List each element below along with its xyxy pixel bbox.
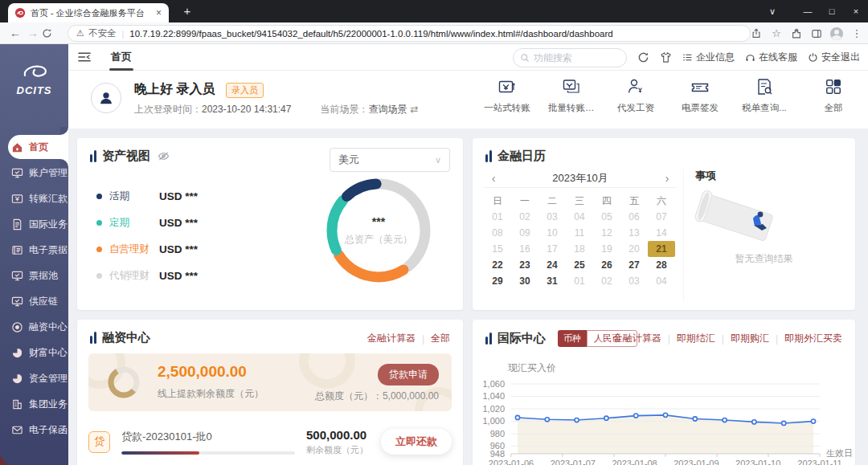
calendar-day[interactable]: 16 [511, 241, 538, 257]
new-tab-button[interactable]: + [178, 4, 196, 18]
calendar-day[interactable]: 14 [648, 225, 675, 241]
calendar-day[interactable]: 12 [593, 225, 620, 241]
calendar-day[interactable]: 25 [566, 257, 593, 273]
calendar-weekday: 五 [620, 193, 648, 209]
calendar-day[interactable]: 03 [620, 273, 648, 289]
calendar-prev-icon[interactable]: ‹ [484, 172, 503, 185]
calendar-day[interactable]: 05 [593, 209, 620, 225]
sidebar-item-eguarantee[interactable]: 电子保函 [0, 417, 68, 443]
refresh-icon[interactable] [637, 51, 649, 63]
calendar-day[interactable]: 19 [593, 241, 620, 257]
extensions-puzzle-icon[interactable] [790, 27, 803, 40]
spot-settlement-link[interactable]: 即期结汇 [677, 332, 715, 345]
spot-fx-trade-link[interactable]: 即期外汇买卖 [784, 332, 842, 345]
all-link[interactable]: 全部 [431, 332, 450, 345]
browser-tab[interactable]: 首页 - 企业综合金融服务平台 × [8, 3, 169, 22]
calendar-day[interactable]: 20 [620, 241, 648, 257]
legend-item-proprietary: 自营理财USD *** [96, 236, 198, 263]
function-search[interactable] [513, 48, 627, 67]
sidebar-item-home[interactable]: 首页 [0, 134, 68, 160]
calendar-day[interactable]: 04 [648, 273, 675, 289]
calendar-day[interactable]: 03 [538, 209, 566, 225]
search-input[interactable] [534, 52, 614, 63]
calendar-day[interactable]: 02 [511, 209, 538, 225]
sidebar-item-group[interactable]: 集团业务 [0, 391, 68, 417]
calendar-day[interactable]: 24 [538, 257, 566, 273]
calendar-day[interactable]: 02 [593, 273, 620, 289]
scene-swap-icon[interactable]: ⇄ [410, 104, 418, 115]
calendar-day[interactable]: 31 [538, 273, 566, 289]
online-service-link[interactable]: 在线客服 [745, 51, 797, 64]
sidebar-item-supplychain[interactable]: 供应链 [0, 288, 68, 314]
tab-home[interactable]: 首页 [111, 44, 132, 71]
calendar-day[interactable]: 01 [484, 209, 511, 225]
calendar-day[interactable]: 30 [511, 273, 538, 289]
pie-chart-icon [11, 347, 23, 359]
logout-link[interactable]: 安全退出 [808, 51, 860, 64]
calendar-day[interactable]: 01 [566, 273, 593, 289]
sidebar-item-transfer[interactable]: 转账汇款 [0, 186, 68, 211]
calendar-day[interactable]: 04 [566, 209, 593, 225]
calendar-day[interactable]: 07 [648, 209, 675, 225]
back-icon[interactable]: ← [6, 27, 24, 39]
sidebar-item-billpool[interactable]: 票据池 [0, 263, 68, 288]
window-minimize-icon[interactable]: — [796, 0, 820, 22]
quick-action-batch-transfer[interactable]: 批量转账/... [548, 76, 595, 114]
sidebar-item-funds[interactable]: 资金管理 [0, 365, 68, 391]
sidebar-item-accounts[interactable]: 账户管理 [0, 160, 68, 186]
calendar-day[interactable]: 11 [566, 225, 593, 241]
window-close-icon[interactable]: × [844, 0, 868, 22]
reload-icon[interactable] [42, 28, 59, 39]
sidebar-item-financing[interactable]: 融资中心 [0, 314, 68, 340]
calendar-day[interactable]: 26 [593, 257, 620, 273]
financial-calculator-link[interactable]: 金融计算器 [367, 332, 416, 345]
calendar-day[interactable]: 10 [538, 225, 566, 241]
bookmark-star-icon[interactable]: ☆ [770, 27, 783, 40]
calendar-day[interactable]: 27 [620, 257, 648, 273]
calendar-day[interactable]: 29 [484, 273, 511, 289]
loan-apply-button[interactable]: 贷款申请 [378, 364, 439, 385]
dashboard-content: 资产视图 美元 ∨ 活期USD *** 定期USD *** 自营理财USD **… [68, 128, 868, 465]
calendar-day[interactable]: 09 [511, 225, 538, 241]
theme-skin-icon[interactable] [660, 51, 672, 63]
calendar-day[interactable]: 28 [648, 257, 675, 273]
financial-calculator-link[interactable]: 金融计算器 [613, 332, 661, 345]
calendar-day[interactable]: 23 [511, 257, 538, 273]
current-scene[interactable]: 当前场景：查询场景⇄ [320, 103, 418, 116]
calendar-day[interactable]: 22 [484, 257, 511, 273]
company-info-link[interactable]: 企业信息 [682, 51, 735, 64]
window-maximize-icon[interactable]: □ [820, 0, 844, 22]
currency-select[interactable]: 美元 ∨ [330, 148, 450, 172]
calendar-day-selected[interactable]: 21 [648, 241, 675, 257]
browser-menu-dots-icon[interactable]: ⋮ [850, 27, 863, 40]
calendar-weekday: 一 [511, 193, 538, 209]
calendar-day[interactable]: 17 [538, 241, 566, 257]
sidebar-item-international[interactable]: 国际业务 [0, 211, 68, 237]
quick-action-all[interactable]: 全部 [810, 76, 857, 114]
forward-icon[interactable]: → [24, 27, 42, 39]
calendar-day[interactable]: 08 [484, 225, 511, 241]
quota-ring-chart [106, 365, 141, 400]
calendar-day[interactable]: 15 [484, 241, 511, 257]
quick-action-payroll[interactable]: 代发工资 [612, 76, 659, 114]
tab-close-icon[interactable]: × [154, 7, 164, 18]
eye-slash-icon[interactable] [158, 150, 170, 162]
side-panel-icon[interactable] [810, 27, 823, 40]
quick-action-ebill-issue[interactable]: 电票签发 [677, 76, 723, 114]
share-icon[interactable] [750, 27, 763, 40]
collapse-menu-icon[interactable] [78, 51, 92, 63]
window-caret-icon[interactable]: ∨ [760, 0, 784, 22]
not-secure-warning-icon: ⚠ [76, 28, 84, 39]
url-field[interactable]: ⚠ 不安全 | 10.7.19.22:8999/fpaas_bucket/941… [68, 25, 751, 42]
calendar-next-icon[interactable]: › [657, 172, 677, 185]
calendar-day[interactable]: 13 [620, 225, 648, 241]
quick-action-tax-query[interactable]: 税单查询... [741, 76, 788, 114]
quick-action-onestop-transfer[interactable]: 一站式转账 [484, 76, 530, 114]
calendar-day[interactable]: 18 [566, 241, 593, 257]
sidebar-item-ebill[interactable]: 电子票据 [0, 237, 68, 263]
browser-profile-avatar[interactable] [830, 27, 843, 40]
repay-now-button[interactable]: 立即还款 [381, 429, 452, 455]
calendar-day[interactable]: 06 [620, 209, 648, 225]
spot-purchase-link[interactable]: 即期购汇 [731, 332, 769, 345]
sidebar-item-wealth[interactable]: 财富中心 [0, 340, 68, 365]
